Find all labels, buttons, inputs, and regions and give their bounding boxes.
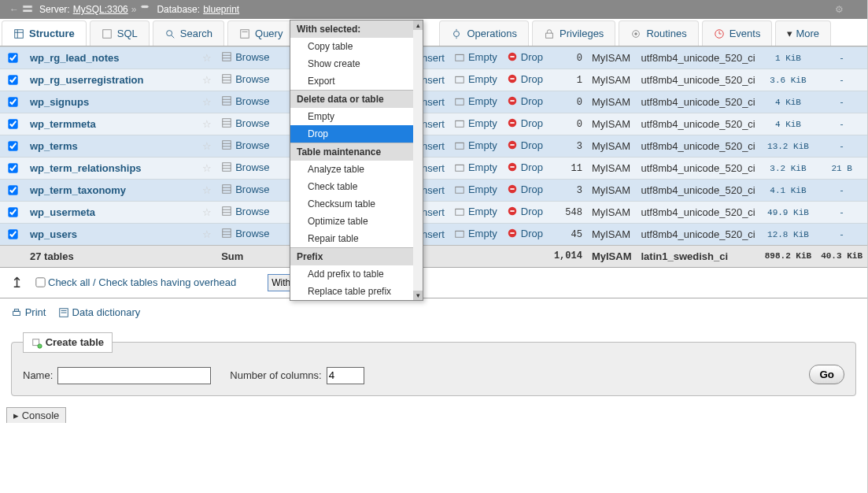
scroll-up-icon[interactable]: ▴ — [413, 20, 423, 30]
table-link[interactable]: wp_term_taxonomy — [30, 184, 126, 196]
data-dictionary-link[interactable]: Data dictionary — [58, 306, 140, 318]
drop-link[interactable]: Drop — [521, 95, 543, 107]
star-icon[interactable]: ☆ — [202, 140, 212, 152]
row-checkbox[interactable] — [8, 229, 17, 239]
empty-link[interactable]: Empty — [468, 73, 497, 85]
dropdown-item[interactable]: Optimize table — [290, 213, 423, 230]
go-button[interactable]: Go — [809, 365, 844, 384]
routines-icon — [630, 28, 641, 39]
star-icon[interactable]: ☆ — [202, 206, 212, 218]
tab-privileges[interactable]: Privileges — [532, 20, 615, 46]
browse-link[interactable]: Browse — [235, 51, 269, 63]
star-icon[interactable]: ☆ — [202, 52, 212, 64]
table-link[interactable]: wp_term_relationships — [30, 162, 142, 174]
table-link[interactable]: wp_signups — [30, 96, 89, 108]
dropdown-item[interactable]: Add prefix to table — [290, 265, 423, 283]
drop-link[interactable]: Drop — [521, 183, 543, 195]
table-link[interactable]: wp_rg_lead_notes — [30, 52, 119, 64]
dropdown-item[interactable]: Replace table prefix — [290, 283, 423, 300]
browse-link[interactable]: Browse — [235, 161, 269, 173]
dropdown-item[interactable]: Drop — [290, 125, 423, 143]
star-icon[interactable]: ☆ — [202, 228, 212, 240]
table-link[interactable]: wp_users — [30, 228, 77, 240]
star-icon[interactable]: ☆ — [202, 96, 212, 108]
check-all-checkbox[interactable] — [35, 277, 45, 287]
browse-link[interactable]: Browse — [235, 183, 269, 195]
print-link[interactable]: Print — [11, 306, 46, 318]
tab-events[interactable]: Events — [702, 20, 773, 46]
empty-link[interactable]: Empty — [468, 228, 497, 239]
table-link[interactable]: wp_rg_userregistration — [30, 74, 144, 86]
dropdown-item[interactable]: Checksum table — [290, 195, 423, 213]
privileges-icon — [544, 28, 555, 39]
database-link[interactable]: blueprint — [203, 4, 239, 15]
rows-count: 548 — [548, 202, 587, 224]
empty-link[interactable]: Empty — [468, 51, 497, 63]
drop-link[interactable]: Drop — [521, 51, 543, 63]
star-icon[interactable]: ☆ — [202, 184, 212, 196]
row-checkbox[interactable] — [8, 119, 17, 128]
dropdown-scrollbar[interactable]: ▴ ▾ — [413, 20, 423, 300]
table-link[interactable]: wp_usermeta — [30, 206, 95, 218]
tab-query[interactable]: Query — [227, 20, 294, 46]
gear-icon[interactable]: ⚙ — [835, 4, 844, 15]
dropdown-item[interactable]: Copy table — [290, 38, 423, 55]
table-name-input[interactable] — [57, 367, 211, 384]
nav-back-icon[interactable]: ← — [9, 4, 19, 15]
row-checkbox[interactable] — [8, 53, 17, 62]
empty-link[interactable]: Empty — [468, 206, 497, 217]
dropdown-item[interactable]: Show create — [290, 55, 423, 72]
row-checkbox[interactable] — [8, 97, 17, 106]
browse-link[interactable]: Browse — [235, 206, 269, 217]
scroll-down-icon[interactable]: ▾ — [413, 291, 423, 300]
dropdown-item[interactable]: Export — [290, 72, 423, 90]
empty-link[interactable]: Empty — [468, 139, 497, 151]
dropdown-item[interactable]: Analyze table — [290, 161, 423, 178]
cols-input[interactable] — [327, 367, 364, 384]
tab-more[interactable]: ▾More — [775, 20, 831, 46]
row-checkbox[interactable] — [8, 75, 17, 84]
check-overhead-link[interactable]: Check tables having overhead — [98, 276, 236, 288]
table-link[interactable]: wp_terms — [30, 140, 78, 152]
star-icon[interactable]: ☆ — [202, 118, 212, 130]
dropdown-item[interactable]: Repair table — [290, 230, 423, 247]
tab-routines[interactable]: Routines — [619, 20, 698, 46]
tab-operations[interactable]: Operations — [439, 20, 529, 46]
dropdown-item[interactable]: Empty — [290, 108, 423, 125]
empty-link[interactable]: Empty — [468, 117, 497, 129]
size: 1 KiB — [760, 47, 816, 69]
drop-link[interactable]: Drop — [521, 206, 543, 217]
empty-link[interactable]: Empty — [468, 95, 497, 107]
events-icon — [714, 28, 725, 39]
row-checkbox[interactable] — [8, 185, 17, 195]
browse-link[interactable]: Browse — [235, 117, 269, 129]
svg-point-2 — [141, 5, 150, 8]
empty-link[interactable]: Empty — [468, 183, 497, 195]
row-checkbox[interactable] — [8, 163, 17, 172]
star-icon[interactable]: ☆ — [202, 74, 212, 86]
table-row: wp_users☆BrowseInsertEmptyDrop45MyISAMut… — [0, 224, 867, 246]
browse-link[interactable]: Browse — [235, 73, 269, 85]
browse-link[interactable]: Browse — [235, 228, 269, 239]
drop-link[interactable]: Drop — [521, 139, 543, 151]
tab-sql[interactable]: SQL — [90, 20, 150, 46]
check-all-link[interactable]: Check all — [48, 276, 90, 288]
tab-structure[interactable]: Structure — [2, 20, 87, 46]
row-checkbox[interactable] — [8, 207, 17, 217]
table-link[interactable]: wp_termmeta — [30, 118, 96, 130]
star-icon[interactable]: ☆ — [202, 162, 212, 174]
drop-link[interactable]: Drop — [521, 228, 543, 239]
drop-link[interactable]: Drop — [521, 73, 543, 85]
server-link[interactable]: MySQL:3306 — [73, 4, 128, 15]
empty-link[interactable]: Empty — [468, 161, 497, 173]
drop-link[interactable]: Drop — [521, 161, 543, 173]
drop-link[interactable]: Drop — [521, 117, 543, 129]
browse-link[interactable]: Browse — [235, 95, 269, 107]
console-tab[interactable]: ▸ Console — [6, 407, 66, 423]
empty-icon — [454, 139, 465, 150]
svg-rect-41 — [223, 119, 231, 128]
row-checkbox[interactable] — [8, 141, 17, 150]
dropdown-item[interactable]: Check table — [290, 178, 423, 195]
browse-link[interactable]: Browse — [235, 139, 269, 151]
tab-search[interactable]: Search — [153, 20, 224, 46]
